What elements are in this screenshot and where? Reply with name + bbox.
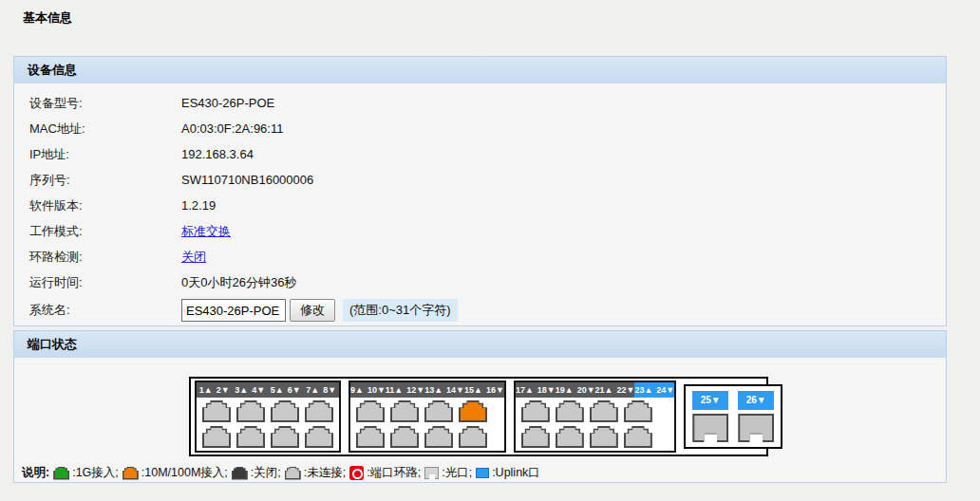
port-2[interactable] <box>202 426 231 448</box>
port-4[interactable] <box>236 426 265 448</box>
legend-item-label: :1G接入; <box>72 465 119 481</box>
port-23[interactable] <box>624 400 652 422</box>
port-number-label: 21▲ <box>595 385 613 395</box>
port-number-label: 15▲ <box>464 385 482 395</box>
sfp-port-26[interactable] <box>738 414 774 442</box>
port-number-label: 23▲ <box>634 385 652 395</box>
port-connector-icon <box>461 402 485 420</box>
modify-button[interactable]: 修改 <box>290 299 335 322</box>
port-5[interactable] <box>271 400 299 422</box>
rj45-legend-icon <box>122 467 139 480</box>
port-connector-icon <box>204 402 229 420</box>
port-group-header: 1▲2▼3▲4▼5▲6▼7▲8▼ <box>197 382 339 398</box>
port-8[interactable] <box>305 426 333 448</box>
port-number-label: 20▼ <box>577 385 595 395</box>
device-info-body: 设备型号: ES430-26P-POE MAC地址: A0:03:0F:2A:9… <box>14 84 946 325</box>
port-3[interactable] <box>236 400 265 422</box>
ip-address-row: IP地址: 192.168.3.64 <box>14 141 946 167</box>
port-pair-label: 7▲8▼ <box>304 382 340 398</box>
port-connector-icon <box>626 402 650 420</box>
port-number-label: 14▼ <box>446 385 464 395</box>
sfp-port-label-26[interactable]: 26▼ <box>738 391 774 410</box>
serial-number-row: 序列号: SW110710NB16000006 <box>14 167 946 193</box>
legend-item-label: :端口环路; <box>367 465 421 481</box>
page-title: 基本信息 <box>23 9 72 27</box>
port-pair-label: 1▲2▼ <box>197 382 233 398</box>
device-model-value: ES430-26P-POE <box>181 96 274 110</box>
port-connector-icon <box>557 402 582 420</box>
port-6[interactable] <box>271 426 299 448</box>
sfp-port-25[interactable] <box>692 414 728 442</box>
port-pair-label: 17▲18▼ <box>516 382 556 398</box>
device-model-label: 设备型号: <box>29 95 181 112</box>
legend-item: :未连接; <box>285 465 346 481</box>
work-mode-row: 工作模式: 标准交换 <box>14 218 946 244</box>
sfp-port-column: 25▼ <box>692 391 728 442</box>
port-connector-icon <box>273 402 297 420</box>
port-12[interactable] <box>390 426 419 448</box>
port-connector-icon <box>358 402 383 420</box>
port-connector-icon <box>523 428 548 446</box>
sfp-port-box: 25▼26▼ <box>684 384 782 449</box>
port-pair-label: 15▲16▼ <box>464 382 504 398</box>
port-number-label: 13▲ <box>424 385 443 395</box>
port-19[interactable] <box>556 400 584 422</box>
sfp-port-label-25[interactable]: 25▼ <box>692 391 728 410</box>
ip-address-label: IP地址: <box>29 146 181 163</box>
mac-address-label: MAC地址: <box>29 121 181 138</box>
port-pair-label: 3▲4▼ <box>233 382 269 398</box>
system-name-range-hint: (范围:0~31个字符) <box>343 299 458 322</box>
serial-number-label: 序列号: <box>29 172 181 189</box>
port-16[interactable] <box>459 426 487 448</box>
uptime-label: 运行时间: <box>29 274 181 291</box>
port-20[interactable] <box>556 426 584 448</box>
port-status-panel-header: 端口状态 <box>14 331 946 358</box>
port-9[interactable] <box>356 400 385 422</box>
port-1[interactable] <box>202 400 231 422</box>
port-17[interactable] <box>521 400 550 422</box>
legend-item: :1G接入; <box>53 465 119 481</box>
port-number-label: 12▼ <box>406 385 424 395</box>
port-pair-label: 11▲12▼ <box>386 382 424 398</box>
port-number-label: 16▼ <box>486 385 504 395</box>
work-mode-link[interactable]: 标准交换 <box>181 223 231 240</box>
uplink-legend-icon <box>476 468 489 478</box>
loop-legend-icon <box>349 466 364 480</box>
port-22[interactable] <box>590 426 618 448</box>
port-13[interactable] <box>424 400 453 422</box>
basic-info-page: 基本信息 设备信息 设备型号: ES430-26P-POE MAC地址: A0:… <box>0 0 980 501</box>
port-15[interactable] <box>459 400 487 422</box>
port-14[interactable] <box>424 426 453 448</box>
port-connector-icon <box>307 402 331 420</box>
port-connector-icon <box>238 428 263 446</box>
port-connector-icon <box>238 402 263 420</box>
port-pair-label: 9▲10▼ <box>350 382 386 398</box>
legend-item-label: :未连接; <box>304 465 346 481</box>
port-7[interactable] <box>305 400 333 422</box>
port-number-label: 11▲ <box>386 385 403 395</box>
port-legend: 说明: :1G接入;:10M/100M接入;:关闭;:未连接;:端口环路;:光口… <box>22 465 946 481</box>
loop-detect-row: 环路检测: 关闭 <box>14 244 946 269</box>
port-connector-icon <box>307 428 331 446</box>
loop-detect-link[interactable]: 关闭 <box>181 249 206 266</box>
port-number-label: 6▼ <box>288 385 301 395</box>
port-10[interactable] <box>356 426 385 448</box>
port-21[interactable] <box>590 400 618 422</box>
port-24[interactable] <box>624 426 652 448</box>
system-name-input[interactable] <box>181 299 286 322</box>
port-number-label: 5▲ <box>271 385 284 395</box>
device-model-row: 设备型号: ES430-26P-POE <box>14 90 946 116</box>
legend-item-label: :Uplink口 <box>492 465 540 481</box>
port-11[interactable] <box>390 400 419 422</box>
port-group-2: 9▲10▼11▲12▼13▲14▼15▲16▼ <box>349 380 506 453</box>
port-group-1: 1▲2▼3▲4▼5▲6▼7▲8▼ <box>195 380 341 453</box>
port-18[interactable] <box>521 426 550 448</box>
port-number-label: 18▼ <box>537 385 556 395</box>
port-number-label: 22▼ <box>616 385 634 395</box>
uplink-port-pair-label: 23▲24▼ <box>634 382 674 398</box>
port-group-3: 17▲18▼19▲20▼21▲22▼23▲24▼ <box>514 380 676 453</box>
port-group-header: 17▲18▼19▲20▼21▲22▼23▲24▼ <box>516 382 674 398</box>
ports-grid <box>197 398 339 451</box>
port-number-label: 9▲ <box>350 385 364 395</box>
port-number-label: 2▼ <box>217 385 230 395</box>
